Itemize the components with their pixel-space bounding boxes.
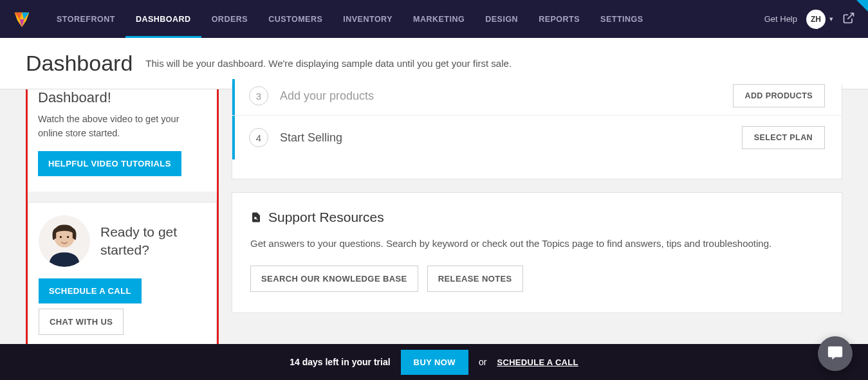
setup-steps-card: 3 Add your products ADD PRODUCTS 4 Start… [232,84,842,179]
support-resources-card: Support Resources Get answers to your qu… [232,192,842,313]
select-plan-button[interactable]: SELECT PLAN [742,126,825,149]
nav-items: STOREFRONT DASHBOARD ORDERS CUSTOMERS IN… [46,0,654,38]
nav-reports[interactable]: REPORTS [528,0,590,38]
release-notes-button[interactable]: RELEASE NOTES [427,266,523,292]
add-products-button[interactable]: ADD PRODUCTS [733,84,826,107]
step-number: 3 [249,86,268,105]
footer-schedule-call-link[interactable]: SCHEDULE A CALL [497,357,578,366]
step-4-row: 4 Start Selling SELECT PLAN [232,115,842,159]
schedule-call-button[interactable]: SCHEDULE A CALL [39,278,142,303]
nav-dashboard[interactable]: DASHBOARD [125,0,201,38]
chat-with-us-button[interactable]: CHAT WITH US [39,309,124,335]
welcome-text: Watch the above video to get your online… [38,113,207,141]
nav-orders[interactable]: ORDERS [201,0,258,38]
step-3-row: 3 Add your products ADD PRODUCTS [232,84,842,115]
nav-settings[interactable]: SETTINGS [590,0,654,38]
nav-customers[interactable]: CUSTOMERS [258,0,333,38]
page-title: Dashboard [26,51,133,76]
main-content: Dashboard! Watch the above video to get … [0,89,868,366]
svg-point-4 [67,236,69,238]
welcome-heading: Dashboard! [38,89,207,106]
right-column: 3 Add your products ADD PRODUCTS 4 Start… [232,89,842,353]
step-number: 4 [249,128,268,147]
nav-right: Get Help ZH ▾ [764,10,855,29]
chat-icon [827,344,844,363]
footer-or-text: or [479,357,486,366]
chat-launcher[interactable] [818,336,853,366]
step-label: Start Selling [280,131,742,145]
user-menu[interactable]: ZH ▾ [806,10,833,29]
nav-inventory[interactable]: INVENTORY [333,0,403,38]
support-search-icon [250,212,262,223]
avatar-initials: ZH [806,10,826,29]
external-link-icon[interactable] [842,12,855,27]
page-subtitle: This will be your dashboard. We're displ… [145,58,512,69]
corner-accent [856,0,868,12]
support-description: Get answers to your questions. Search by… [250,237,824,251]
helpful-video-tutorials-button[interactable]: HELPFUL VIDEO TUTORIALS [38,151,181,176]
trial-days-text: 14 days left in your trial [290,357,390,366]
step-label: Add your products [280,89,733,103]
chevron-down-icon: ▾ [829,15,833,23]
svg-point-3 [60,236,62,238]
support-title: Support Resources [268,210,384,225]
page-header: Dashboard This will be your dashboard. W… [0,38,868,89]
brand-logo[interactable] [13,10,31,28]
nav-marketing[interactable]: MARKETING [403,0,475,38]
search-knowledge-base-button[interactable]: SEARCH OUR KNOWLEDGE BASE [250,266,418,292]
ready-heading: Ready to get started? [100,223,206,258]
welcome-card: Dashboard! Watch the above video to get … [28,89,217,192]
trial-footer-bar: 14 days left in your trial BUY NOW or SC… [0,344,868,366]
nav-design[interactable]: DESIGN [475,0,528,38]
nav-storefront[interactable]: STOREFRONT [46,0,125,38]
svg-line-0 [847,13,853,19]
ready-card: Ready to get started? SCHEDULE A CALL CH… [28,202,217,351]
top-navigation: STOREFRONT DASHBOARD ORDERS CUSTOMERS IN… [0,0,868,38]
left-column: Dashboard! Watch the above video to get … [26,89,219,353]
buy-now-button[interactable]: BUY NOW [401,350,468,366]
highlighted-region: Dashboard! Watch the above video to get … [26,89,219,353]
get-help-link[interactable]: Get Help [764,14,797,24]
support-agent-photo [39,215,90,267]
